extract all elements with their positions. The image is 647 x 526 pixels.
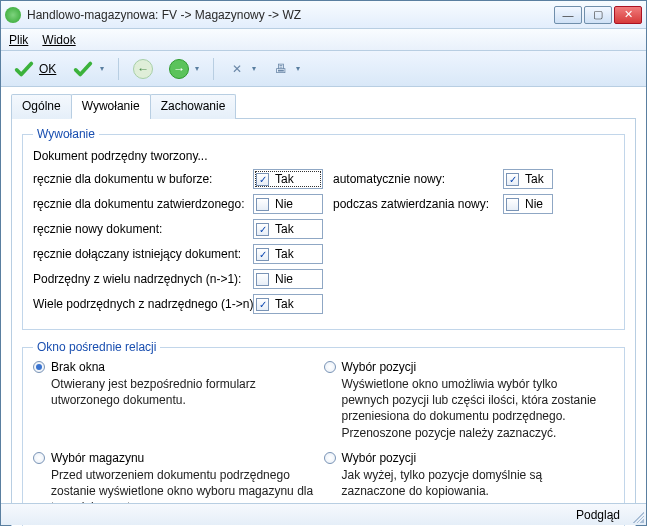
checkbox-icon: ✓ <box>256 223 269 236</box>
group-legend: Okno pośrednie relacji <box>33 340 160 354</box>
check-icon <box>72 58 94 80</box>
tab-general[interactable]: Ogólne <box>11 94 72 119</box>
arrow-right-icon: → <box>169 59 189 79</box>
group-legend: Wywołanie <box>33 127 99 141</box>
checkbox-approve-new[interactable]: Nie <box>503 194 553 214</box>
menu-file[interactable]: Plik <box>9 33 28 47</box>
radio-select-positions-default[interactable]: Wybór pozycji <box>324 451 605 465</box>
titlebar[interactable]: Handlowo-magazynowa: FV -> Magazynowy ->… <box>1 1 646 29</box>
client-area: Ogólne Wywołanie Zachowanie Wywołanie Do… <box>1 87 646 526</box>
radio-label: Wybór magazynu <box>51 451 144 465</box>
radio-label: Wybór pozycji <box>342 360 417 374</box>
radio-icon <box>324 361 336 373</box>
label: Podrzędny z wielu nadrzędnych (n->1): <box>33 272 243 286</box>
dropdown-icon: ▾ <box>100 64 104 73</box>
status-preview[interactable]: Podgląd <box>576 508 620 522</box>
checkbox-manual-attach[interactable]: ✓Tak <box>253 244 323 264</box>
nav-back-button[interactable]: ← <box>129 57 157 81</box>
checkbox-1-to-n[interactable]: ✓Tak <box>253 294 323 314</box>
group-relation-window: Okno pośrednie relacji Brak okna Otwiera… <box>22 340 625 526</box>
printer-icon: 🖶 <box>272 60 290 78</box>
tab-panel: Wywołanie Dokument podrzędny tworzony...… <box>11 119 636 526</box>
toolbar: OK ▾ ← →▾ ✕▾ 🖶▾ <box>1 51 646 87</box>
radio-select-warehouse[interactable]: Wybór magazynu <box>33 451 314 465</box>
checkbox-icon: ✓ <box>256 298 269 311</box>
radio-desc: Otwierany jest bezpośrednio formularz ut… <box>51 376 314 408</box>
label: ręcznie dla dokumentu w buforze: <box>33 172 243 186</box>
menubar: Plik Widok <box>1 29 646 51</box>
tools-icon: ✕ <box>228 60 246 78</box>
value: Tak <box>275 247 294 261</box>
radio-label: Wybór pozycji <box>342 451 417 465</box>
value: Tak <box>275 222 294 236</box>
value: Nie <box>525 197 543 211</box>
dropdown-icon: ▾ <box>252 64 256 73</box>
value: Nie <box>275 197 293 211</box>
checkbox-icon: ✓ <box>256 173 269 186</box>
checkbox-manual-buffer[interactable]: ✓Tak <box>253 169 323 189</box>
radio-icon <box>33 361 45 373</box>
app-icon <box>5 7 21 23</box>
checkbox-icon: ✓ <box>506 173 519 186</box>
value: Nie <box>275 272 293 286</box>
nav-forward-button[interactable]: →▾ <box>165 57 203 81</box>
arrow-left-icon: ← <box>133 59 153 79</box>
dropdown-icon: ▾ <box>195 64 199 73</box>
app-window: Handlowo-magazynowa: FV -> Magazynowy ->… <box>0 0 647 526</box>
check-icon <box>13 58 35 80</box>
label: ręcznie nowy dokument: <box>33 222 243 236</box>
label: Wiele podrzędnych z nadrzędnego (1->n): <box>33 297 243 311</box>
checkbox-auto-new[interactable]: ✓Tak <box>503 169 553 189</box>
tab-invocation[interactable]: Wywołanie <box>71 94 151 119</box>
apply-button[interactable]: ▾ <box>68 56 108 82</box>
radio-desc: Jak wyżej, tylko pozycje domyślnie są za… <box>342 467 605 499</box>
dropdown-icon: ▾ <box>296 64 300 73</box>
value: Tak <box>275 172 294 186</box>
menu-view[interactable]: Widok <box>42 33 75 47</box>
ok-label: OK <box>39 62 56 76</box>
radio-icon <box>33 452 45 464</box>
radio-select-positions[interactable]: Wybór pozycji <box>324 360 605 374</box>
window-title: Handlowo-magazynowa: FV -> Magazynowy ->… <box>27 8 554 22</box>
tabs: Ogólne Wywołanie Zachowanie <box>11 93 636 119</box>
tab-behavior[interactable]: Zachowanie <box>150 94 237 119</box>
print-button[interactable]: 🖶▾ <box>268 58 304 80</box>
label: automatycznie nowy: <box>333 172 493 186</box>
checkbox-manual-new[interactable]: ✓Tak <box>253 219 323 239</box>
minimize-button[interactable]: — <box>554 6 582 24</box>
label: podczas zatwierdzania nowy: <box>333 197 493 211</box>
group-invocation: Wywołanie Dokument podrzędny tworzony...… <box>22 127 625 330</box>
checkbox-icon: ✓ <box>256 248 269 261</box>
checkbox-icon <box>506 198 519 211</box>
statusbar: Podgląd <box>1 503 646 525</box>
close-button[interactable]: ✕ <box>614 6 642 24</box>
radio-no-window[interactable]: Brak okna <box>33 360 314 374</box>
label: ręcznie dla dokumentu zatwierdzonego: <box>33 197 243 211</box>
subheading: Dokument podrzędny tworzony... <box>33 149 614 163</box>
ok-button[interactable]: OK <box>9 56 60 82</box>
separator <box>118 58 119 80</box>
radio-desc: Wyświetlone okno umożliwia wybór tylko p… <box>342 376 605 441</box>
checkbox-n-to-1[interactable]: Nie <box>253 269 323 289</box>
checkbox-icon <box>256 273 269 286</box>
checkbox-icon <box>256 198 269 211</box>
maximize-button[interactable]: ▢ <box>584 6 612 24</box>
radio-icon <box>324 452 336 464</box>
value: Tak <box>525 172 544 186</box>
tools-button[interactable]: ✕▾ <box>224 58 260 80</box>
value: Tak <box>275 297 294 311</box>
separator <box>213 58 214 80</box>
resize-grip-icon[interactable] <box>630 509 644 523</box>
label: ręcznie dołączany istniejący dokument: <box>33 247 243 261</box>
checkbox-manual-approved[interactable]: Nie <box>253 194 323 214</box>
radio-label: Brak okna <box>51 360 105 374</box>
